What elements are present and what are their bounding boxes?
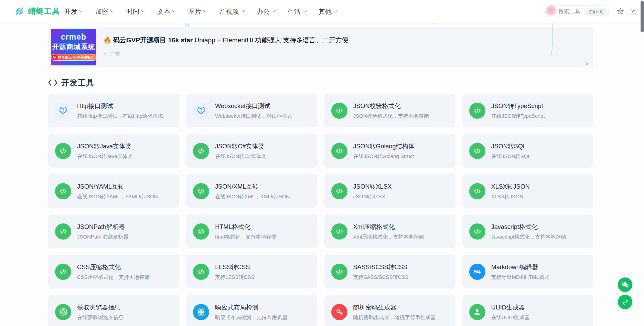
site-logo[interactable]: 蜻蜓工具 <box>13 5 60 18</box>
channels-float-button[interactable] <box>618 295 632 309</box>
main-nav: 开发 加密 时间 文本 图片 音视频 办公 生活 其他 <box>58 0 343 23</box>
tool-card[interactable]: LESS转CSS 支持LESS转CSS <box>186 255 317 288</box>
nav-item-4[interactable]: 图片 <box>182 0 213 23</box>
tool-card[interactable]: SASS/SCSS转CSS 支持SASS/SCSS转CSS <box>324 255 455 288</box>
nav-item-3[interactable]: 文本 <box>151 0 182 23</box>
tool-card[interactable]: Websocket接口测试 Websocket接口测试，对话框模式 <box>186 94 317 127</box>
tool-subtitle: 在线JSON转YAML，YAML转JSON <box>77 193 158 200</box>
tool-subtitle: 支持SASS/SCSS转CSS <box>353 274 409 281</box>
nav-item-8[interactable]: 其他 <box>312 0 343 23</box>
nav-item-7[interactable]: 生活 <box>281 0 312 23</box>
tool-card[interactable]: UUID生成器 在线UUID生成器 <box>462 295 593 326</box>
ad-banner: crmeb 开源商城系统 G 排名前三 GVP开源项目 ······· 🔥 码云… <box>48 27 593 67</box>
tool-card[interactable]: JSON转TypeScript 在线JSON转TypeScript <box>462 94 593 127</box>
tool-subtitle: 在线JSON转C#实体类 <box>215 153 266 160</box>
top-navbar: 蜻蜓工具 开发 加密 时间 文本 图片 音视频 办公 生活 其他 搜索工具...… <box>0 0 644 23</box>
tool-card[interactable]: XLSX转JSON XLSX转JSON <box>462 174 593 208</box>
password-icon <box>331 304 347 320</box>
markdown-icon: M <box>469 264 485 280</box>
code-icon <box>55 183 71 199</box>
tool-title: 获取浏览器信息 <box>77 303 124 312</box>
scrollbar-thumb[interactable] <box>641 1 644 32</box>
tool-card[interactable]: JSON转SQL 在线JSON转SQL <box>462 134 593 168</box>
tool-card[interactable]: HTML格式化 html格式化，支持本地存储 <box>186 214 317 248</box>
code-icon <box>55 143 71 159</box>
code-icon <box>331 223 347 240</box>
ad-badge: G 排名前三 GVP开源项目 <box>51 54 96 61</box>
dragonfly-logo-icon <box>13 5 25 18</box>
ad-close-icon[interactable]: × <box>584 61 591 67</box>
tool-subtitle: 响应式布局检测，支持常用机型 <box>215 314 287 321</box>
tool-title: JSON校验格式化 <box>353 102 429 110</box>
tool-card[interactable]: JSONPath解析器 JSONPath 在线解析器 <box>48 214 179 248</box>
nav-item-5[interactable]: 音视频 <box>213 0 250 23</box>
code-icon <box>469 183 485 199</box>
code-icon <box>469 223 485 240</box>
favorite-star-icon[interactable] <box>616 7 625 16</box>
nav-item-6[interactable]: 办公 <box>250 0 281 23</box>
tool-card[interactable]: Xml压缩格式化 Xml压缩格式化，支持本地存储 <box>324 214 455 248</box>
tool-title: JSON/YAML互转 <box>77 182 158 191</box>
code-icon <box>193 143 209 159</box>
tool-title: JSON转Java实体类 <box>77 142 133 150</box>
nav-item-0[interactable]: 开发 <box>58 0 89 23</box>
code-icon <box>331 183 347 199</box>
chevron-down-icon <box>241 9 245 12</box>
tool-title: XLSX转JSON <box>491 182 530 191</box>
tool-subtitle: Xml压缩格式化，支持本地存储 <box>353 234 424 240</box>
ad-badge-text: 排名前三 GVP开源项目 <box>58 55 94 60</box>
tool-card[interactable]: 获取浏览器信息 在线获取浏览器信息 <box>48 295 179 326</box>
tool-title: Javascript格式化 <box>491 223 566 231</box>
tool-card[interactable]: 随机密码生成器 随机密码生成器，随机字符串生成器 <box>324 295 455 326</box>
ad-brand-subtext: 开源商城系统 <box>51 42 96 52</box>
nav-item-2[interactable]: 时间 <box>120 0 151 23</box>
megaphone-icon <box>103 52 108 57</box>
tool-title: Xml压缩格式化 <box>353 223 424 231</box>
tool-card[interactable]: JSON转XLSX JSON转XLSX <box>324 174 455 208</box>
uuid-icon <box>469 304 485 320</box>
tool-subtitle: 在线Http接口测试，在线Http请求模拟 <box>77 113 163 119</box>
theme-sun-icon[interactable] <box>630 8 638 16</box>
tool-title: SASS/SCSS转CSS <box>353 263 409 271</box>
tool-subtitle: JSONPath 在线解析器 <box>77 234 129 240</box>
tool-card[interactable]: JSON校验格式化 JSON校验格式化，支持本地存储 <box>324 94 455 127</box>
tool-title: UUID生成器 <box>491 303 530 312</box>
tool-title: JSON转Golang结构体 <box>353 142 415 150</box>
scrollbar-track[interactable] <box>640 0 644 326</box>
tool-card[interactable]: JSON转Golang结构体 在线JSON转Golang Struct <box>324 134 455 168</box>
tool-title: JSON转C#实体类 <box>215 142 266 150</box>
tool-card[interactable]: Javascript格式化 Javascript格式化，支持本地存储 <box>462 214 593 248</box>
chevron-down-icon <box>334 9 337 12</box>
tool-title: JSON/XML互转 <box>215 182 290 191</box>
tool-subtitle: CSS压缩格式化，支持本地存储 <box>77 274 150 281</box>
code-icon <box>193 183 209 199</box>
ad-headline[interactable]: 🔥 码云GVP开源项目 16k star Uniapp + ElementUI … <box>103 36 348 45</box>
tool-title: Markdown编辑器 <box>491 263 549 271</box>
tool-title: LESS转CSS <box>215 263 254 271</box>
tool-card[interactable]: Http接口测试 在线Http接口测试，在线Http请求模拟 <box>48 94 179 127</box>
tool-title: 随机密码生成器 <box>353 303 436 312</box>
tool-title: JSONPath解析器 <box>77 223 129 231</box>
chevron-down-icon <box>272 9 276 12</box>
tool-subtitle: 在线JSON转SQL <box>491 153 531 160</box>
chevron-down-icon <box>110 9 114 12</box>
api-icon <box>55 103 71 119</box>
tool-card[interactable]: JSON转C#实体类 在线JSON转C#实体类 <box>186 134 317 168</box>
tool-title: JSON转TypeScript <box>491 102 545 110</box>
shortcut-badge: Ctrl+K <box>586 8 606 16</box>
code-brackets-icon <box>48 79 57 86</box>
tool-card[interactable]: JSON/XML互转 在线JSON转XML，XML转JSON <box>186 174 317 208</box>
tool-card[interactable]: 响应式布局检测 响应式布局检测，支持常用机型 <box>186 295 317 326</box>
tool-subtitle: 支持LESS转CSS <box>215 274 254 281</box>
tool-card[interactable]: JSON转Java实体类 在线JSON转Java实体类 <box>48 134 179 168</box>
code-icon <box>331 143 347 159</box>
nav-item-1[interactable]: 加密 <box>89 0 120 23</box>
wechat-float-button[interactable] <box>618 277 632 292</box>
ad-image[interactable]: crmeb 开源商城系统 G 排名前三 GVP开源项目 ······· <box>51 29 96 65</box>
ad-brand-text: crmeb <box>51 32 96 42</box>
tool-card[interactable]: CSS压缩格式化 CSS压缩格式化，支持本地存储 <box>48 255 179 288</box>
tool-card[interactable]: JSON/YAML互转 在线JSON转YAML，YAML转JSON <box>48 174 179 208</box>
search-input[interactable]: 搜索工具... Ctrl+K <box>544 5 609 18</box>
tool-subtitle: 在线UUID生成器 <box>491 314 530 321</box>
tool-card[interactable]: M Markdown编辑器 支持导出MD和HTML格式 <box>462 255 593 288</box>
